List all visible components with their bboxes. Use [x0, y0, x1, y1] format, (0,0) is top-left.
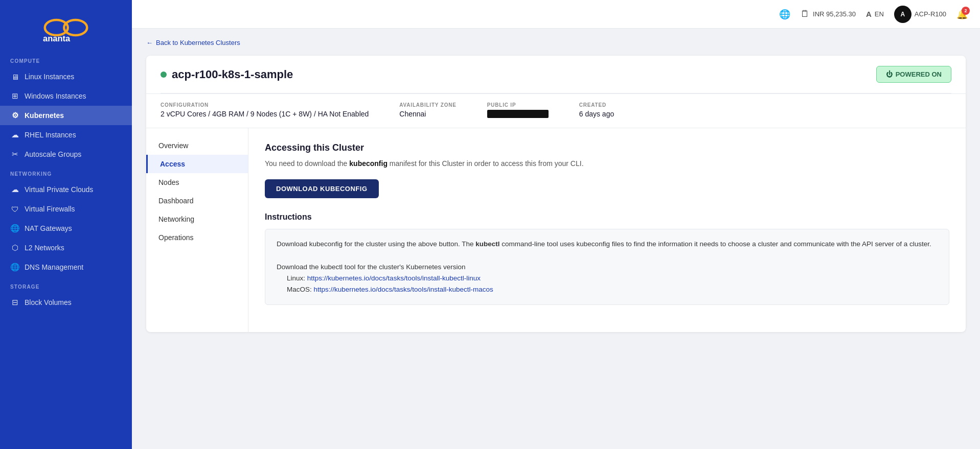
ip-group: PUBLIC IP [487, 102, 549, 120]
logo: ananta STPI CLOUD SERVICES [0, 0, 132, 51]
notifications-item[interactable]: 🔔 2 [956, 9, 968, 20]
dns-icon: 🌐 [10, 263, 19, 272]
desc-part2: manifest for this Cluster in order to ac… [388, 159, 584, 168]
linux-link[interactable]: https://kubernetes.io/docs/tasks/tools/i… [307, 274, 481, 282]
back-link[interactable]: ← Back to Kubernetes Clusters [146, 39, 240, 46]
block-volumes-icon: ⊟ [10, 298, 19, 307]
cluster-body: Overview Access Nodes Dashboard Networki… [146, 128, 966, 332]
powered-on-label: POWERED ON [896, 70, 942, 78]
cluster-meta: CONFIGURATION 2 vCPU Cores / 4GB RAM / 9… [146, 93, 966, 128]
instructions-box: Download kubeconfig for the cluster usin… [265, 229, 949, 305]
instr-part2: command-line tool uses kubeconfig files … [500, 240, 931, 248]
config-label: CONFIGURATION [161, 102, 369, 108]
user-name: ACP-R100 [915, 10, 946, 18]
globe-topbar-item[interactable]: 🌐 [779, 9, 790, 20]
ip-label: PUBLIC IP [487, 102, 549, 108]
section-label-compute: COMPUTE [0, 51, 132, 67]
sidebar-item-l2-networks[interactable]: ⬡ L2 Networks [0, 238, 132, 257]
sidebar-item-label: Autoscale Groups [25, 150, 81, 158]
section-label-storage: STORAGE [0, 277, 132, 293]
download-kubeconfig-button[interactable]: DOWNLOAD KUBECONFIG [265, 179, 379, 198]
language-label: EN [875, 10, 884, 18]
sidebar-item-label: Virtual Firewalls [25, 205, 75, 213]
linux-link-line: Linux: https://kubernetes.io/docs/tasks/… [287, 273, 938, 284]
billing-item[interactable]: 🗒 INR 95,235.30 [801, 9, 856, 19]
instructions-links: Linux: https://kubernetes.io/docs/tasks/… [277, 273, 938, 296]
windows-icon: ⊞ [10, 91, 19, 101]
autoscale-icon: ✂ [10, 150, 19, 159]
access-content: Accessing this Cluster You need to downl… [248, 128, 966, 332]
language-item[interactable]: A EN [866, 10, 884, 18]
created-group: CREATED 6 days ago [579, 102, 614, 120]
sidebar-item-label: NAT Gateways [25, 224, 72, 232]
az-label: AVAILABILITY ZONE [399, 102, 456, 108]
linux-icon: 🖥 [10, 72, 19, 81]
sidebar-item-nat-gateways[interactable]: 🌐 NAT Gateways [0, 219, 132, 238]
svg-text:ananta: ananta [43, 34, 71, 43]
sidebar-item-rhel-instances[interactable]: ☁ RHEL Instances [0, 125, 132, 145]
main-area: 🌐 🗒 INR 95,235.30 A EN A ACP-R100 🔔 2 ← … [132, 0, 980, 449]
cluster-sidenav: Overview Access Nodes Dashboard Networki… [146, 128, 248, 332]
vpc-icon: ☁ [10, 185, 19, 194]
back-arrow-icon: ← [146, 39, 153, 46]
powered-on-button[interactable]: ⏻ POWERED ON [876, 66, 951, 83]
language-icon: A [866, 10, 872, 18]
rhel-icon: ☁ [10, 130, 19, 139]
sidebar-item-label: Windows Instances [25, 92, 86, 100]
user-avatar: A [894, 6, 911, 23]
az-value: Chennai [399, 110, 456, 118]
linux-label: Linux: [287, 274, 307, 282]
sidebar-item-label: Kubernetes [25, 111, 64, 120]
sidenav-networking[interactable]: Networking [146, 210, 248, 228]
sidebar-item-label: Block Volumes [25, 298, 72, 306]
sidenav-nodes[interactable]: Nodes [146, 173, 248, 192]
sidebar-item-dns-management[interactable]: 🌐 DNS Management [0, 257, 132, 277]
sidebar-item-label: Virtual Private Clouds [25, 185, 93, 194]
sidebar-item-block-volumes[interactable]: ⊟ Block Volumes [0, 293, 132, 312]
sidebar-item-virtual-firewalls[interactable]: 🛡 Virtual Firewalls [0, 199, 132, 219]
created-value: 6 days ago [579, 110, 614, 118]
sidenav-operations[interactable]: Operations [146, 228, 248, 247]
cluster-name: acp-r100-k8s-1-sample [172, 68, 293, 81]
macos-label: MacOS: [287, 286, 314, 293]
sidebar-item-linux-instances[interactable]: 🖥 Linux Instances [0, 67, 132, 86]
sidebar: ananta STPI CLOUD SERVICES COMPUTE 🖥 Lin… [0, 0, 132, 449]
sidenav-access[interactable]: Access [146, 155, 248, 173]
sidebar-item-label: Linux Instances [25, 73, 74, 81]
user-item[interactable]: A ACP-R100 [894, 6, 946, 23]
created-label: CREATED [579, 102, 614, 108]
sidebar-item-autoscale-groups[interactable]: ✂ Autoscale Groups [0, 145, 132, 164]
kubernetes-icon: ⚙ [10, 111, 19, 120]
kubeconfig-bold: kubeconfig [349, 159, 388, 168]
sidenav-overview[interactable]: Overview [146, 136, 248, 155]
sidebar-item-label: RHEL Instances [25, 131, 76, 139]
section-label-networking: NETWORKING [0, 164, 132, 180]
access-section-desc: You need to download the kubeconfig mani… [265, 158, 949, 169]
status-dot [161, 72, 167, 78]
billing-icon: 🗒 [801, 9, 810, 19]
billing-amount: INR 95,235.30 [813, 10, 856, 18]
config-value: 2 vCPU Cores / 4GB RAM / 9 Nodes (1C + 8… [161, 110, 369, 118]
back-link-label: Back to Kubernetes Clusters [156, 39, 240, 46]
page-content: ← Back to Kubernetes Clusters acp-r100-k… [132, 29, 980, 449]
access-section-title: Accessing this Cluster [265, 143, 949, 153]
config-group: CONFIGURATION 2 vCPU Cores / 4GB RAM / 9… [161, 102, 369, 120]
macos-link[interactable]: https://kubernetes.io/docs/tasks/tools/i… [314, 286, 493, 293]
instr-part1: Download kubeconfig for the cluster usin… [277, 240, 475, 248]
az-group: AVAILABILITY ZONE Chennai [399, 102, 456, 120]
kubectl-bold: kubectl [475, 240, 499, 248]
cluster-title: acp-r100-k8s-1-sample [161, 68, 293, 81]
ip-redacted [487, 110, 549, 118]
topbar: 🌐 🗒 INR 95,235.30 A EN A ACP-R100 🔔 2 [132, 0, 980, 29]
sidebar-item-virtual-private-clouds[interactable]: ☁ Virtual Private Clouds [0, 180, 132, 199]
sidebar-item-label: DNS Management [25, 263, 83, 271]
firewall-icon: 🛡 [10, 204, 19, 214]
sidebar-item-kubernetes[interactable]: ⚙ Kubernetes [0, 106, 132, 125]
notification-badge: 2 [962, 7, 970, 15]
instructions-line1: Download kubeconfig for the cluster usin… [277, 239, 938, 250]
sidenav-dashboard[interactable]: Dashboard [146, 192, 248, 210]
instructions-line2: Download the kubectl tool for the cluste… [277, 262, 938, 273]
macos-link-line: MacOS: https://kubernetes.io/docs/tasks/… [287, 284, 938, 295]
sidebar-item-windows-instances[interactable]: ⊞ Windows Instances [0, 86, 132, 106]
sidebar-item-label: L2 Networks [25, 244, 64, 252]
